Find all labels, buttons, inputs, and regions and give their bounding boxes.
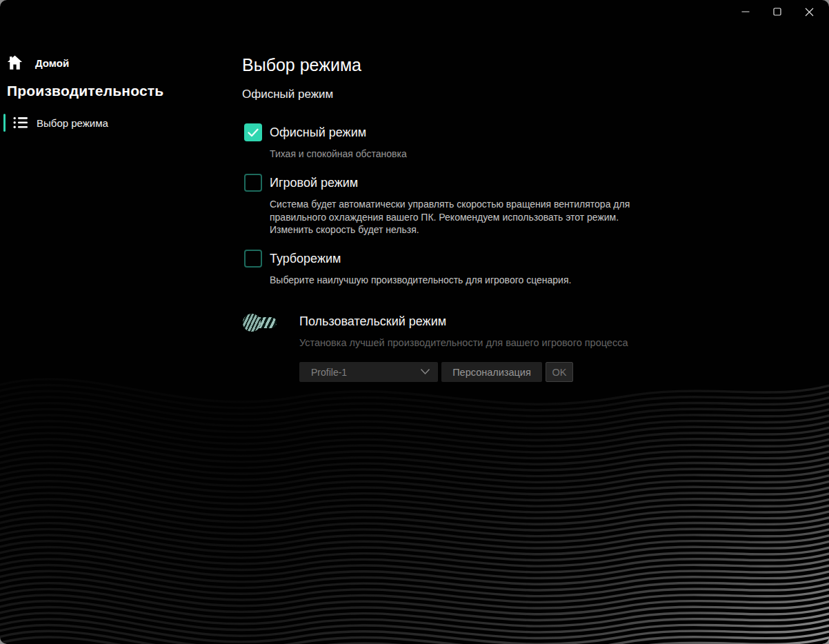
ok-button[interactable]: OK <box>546 362 573 382</box>
sidebar-item-label: Выбор режима <box>37 117 108 129</box>
office-mode-description: Тихая и спокойная обстановка <box>270 148 407 161</box>
chevron-down-icon <box>420 368 430 375</box>
sidebar-home-label: Домой <box>35 57 69 69</box>
home-icon <box>6 54 24 72</box>
active-item-accent-bar <box>3 114 6 132</box>
turbo-mode-description: Выберите наилучшую производительность дл… <box>270 274 571 287</box>
current-mode-subtitle: Офисный режим <box>242 88 333 101</box>
maximize-icon <box>773 8 781 16</box>
mode-row-game: Игровой режим Система будет автоматическ… <box>244 174 630 237</box>
custom-mode-label: Пользовательский режим <box>299 312 628 330</box>
office-mode-label: Офисный режим <box>270 123 407 141</box>
maximize-button[interactable] <box>761 0 793 23</box>
close-button[interactable] <box>793 0 825 23</box>
minimize-icon <box>741 8 750 16</box>
custom-mode-description: Установка лучшей производительности для … <box>299 337 628 348</box>
mode-row-turbo: Турборежим Выберите наилучшую производит… <box>244 250 571 287</box>
window-controls <box>730 0 825 23</box>
custom-mode-section: Пользовательский режим Установка лучшей … <box>243 312 628 382</box>
custom-mode-controls: Profile-1 Персонализация OK <box>299 362 628 382</box>
sidebar: Домой Производительность Выбор режима <box>0 0 234 644</box>
personalize-button[interactable]: Персонализация <box>441 362 542 382</box>
game-mode-description-line: правильного охлаждения вашего ПК. Рекоме… <box>270 211 630 224</box>
sidebar-item-home[interactable]: Домой <box>6 54 69 72</box>
toggle-knob <box>243 314 261 332</box>
turbo-mode-checkbox[interactable] <box>244 250 262 268</box>
game-mode-description-line: Система будет автоматически управлять ск… <box>270 198 630 211</box>
close-icon <box>805 8 814 17</box>
list-icon <box>13 116 28 130</box>
game-mode-description: Система будет автоматически управлять ск… <box>270 198 630 237</box>
profile-dropdown-value: Profile-1 <box>311 367 347 378</box>
app-window: Домой Производительность Выбор режима Вы… <box>0 0 829 644</box>
office-mode-checkbox[interactable] <box>244 123 262 141</box>
custom-mode-toggle[interactable] <box>243 314 277 332</box>
page-title: Выбор режима <box>242 55 361 75</box>
turbo-mode-label: Турборежим <box>270 250 571 268</box>
game-mode-label: Игровой режим <box>270 174 630 192</box>
mode-row-office: Офисный режим Тихая и спокойная обстанов… <box>244 123 407 161</box>
minimize-button[interactable] <box>730 0 761 23</box>
sidebar-item-mode-selection[interactable]: Выбор режима <box>0 112 207 133</box>
game-mode-description-line: Изменить скорость будет нельзя. <box>270 223 630 237</box>
game-mode-checkbox[interactable] <box>244 174 262 192</box>
sidebar-section-title: Производительность <box>7 83 163 99</box>
profile-dropdown[interactable]: Profile-1 <box>299 362 438 382</box>
checkmark-icon <box>248 128 259 137</box>
